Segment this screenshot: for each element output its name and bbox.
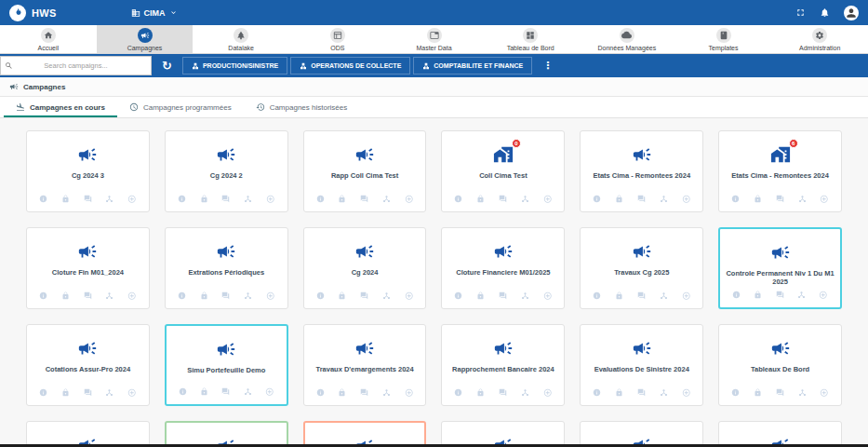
lock-icon[interactable] bbox=[338, 388, 346, 397]
lock-icon[interactable] bbox=[61, 291, 70, 300]
comments-icon[interactable] bbox=[776, 388, 784, 397]
lock-icon[interactable] bbox=[476, 388, 485, 397]
search-input[interactable] bbox=[1, 57, 151, 74]
lock-icon[interactable] bbox=[754, 388, 762, 397]
comments-icon[interactable] bbox=[637, 291, 646, 300]
campaign-card[interactable] bbox=[441, 421, 565, 447]
fullscreen-icon[interactable] bbox=[795, 7, 806, 18]
notifications-bell-icon[interactable] bbox=[820, 7, 830, 18]
add-circle-icon[interactable] bbox=[127, 195, 137, 204]
add-circle-icon[interactable] bbox=[543, 388, 553, 398]
hierarchy-icon[interactable] bbox=[798, 195, 807, 203]
info-icon[interactable] bbox=[454, 195, 462, 203]
add-circle-icon[interactable] bbox=[543, 291, 553, 301]
campaign-card[interactable]: Cg 2024 3 bbox=[26, 130, 150, 212]
campaign-card[interactable]: Rapp Coll Cima Test bbox=[303, 130, 427, 212]
comments-icon[interactable] bbox=[84, 291, 92, 300]
info-icon[interactable] bbox=[316, 195, 325, 203]
tab-campagnes-en-cours[interactable]: Campagnes en cours bbox=[4, 97, 117, 117]
nav-item-master-data[interactable]: Master Data bbox=[386, 25, 483, 53]
comments-icon[interactable] bbox=[499, 388, 507, 397]
nav-item-campagnes[interactable]: Campagnes bbox=[97, 25, 194, 53]
lock-icon[interactable] bbox=[754, 195, 762, 203]
comments-icon[interactable] bbox=[360, 291, 368, 300]
lock-icon[interactable] bbox=[615, 388, 623, 397]
nav-item-datalake[interactable]: Datalake bbox=[193, 25, 289, 53]
campaign-card[interactable] bbox=[26, 421, 150, 447]
info-icon[interactable] bbox=[178, 291, 186, 300]
hierarchy-icon[interactable] bbox=[382, 388, 391, 397]
campaign-card[interactable]: Cloture Fin M01_2024 bbox=[26, 227, 150, 309]
add-circle-icon[interactable] bbox=[266, 195, 275, 204]
add-circle-icon[interactable] bbox=[127, 388, 137, 398]
comments-icon[interactable] bbox=[776, 291, 784, 299]
info-icon[interactable] bbox=[39, 388, 47, 397]
hierarchy-icon[interactable] bbox=[244, 195, 252, 203]
campaign-card[interactable] bbox=[303, 421, 427, 447]
info-icon[interactable] bbox=[593, 195, 601, 203]
info-icon[interactable] bbox=[732, 291, 741, 299]
info-icon[interactable] bbox=[731, 388, 740, 397]
hierarchy-icon[interactable] bbox=[521, 195, 529, 203]
add-circle-icon[interactable] bbox=[265, 387, 274, 397]
comments-icon[interactable] bbox=[360, 195, 368, 203]
campaign-card[interactable]: Extrations Périodiques bbox=[165, 227, 288, 309]
campaign-card[interactable]: Tableaux De Bord bbox=[718, 324, 842, 406]
campaign-card[interactable]: 0 Coll Cima Test bbox=[441, 130, 565, 212]
campaign-card[interactable] bbox=[580, 421, 703, 447]
add-circle-icon[interactable] bbox=[266, 291, 275, 301]
campaign-card[interactable]: Etats Cima - Remontees 2024 bbox=[580, 130, 703, 212]
tab-campagnes-historisees[interactable]: Campagnes historisées bbox=[244, 97, 360, 117]
campaign-card[interactable]: Cotations Assur-Pro 2024 bbox=[26, 324, 150, 406]
nav-item-administration[interactable]: Administration bbox=[771, 25, 868, 53]
org-selector[interactable]: CIMA bbox=[131, 8, 178, 18]
info-icon[interactable] bbox=[731, 195, 740, 203]
campaign-card[interactable]: Cloture Financiere M01/2025 bbox=[441, 227, 565, 309]
nav-item-templates[interactable]: Templates bbox=[675, 25, 772, 53]
lock-icon[interactable] bbox=[476, 195, 485, 203]
info-icon[interactable] bbox=[39, 195, 47, 203]
search-box[interactable] bbox=[0, 56, 152, 75]
nav-item-tableau-de-bord[interactable]: Tableau de Bord bbox=[482, 25, 579, 53]
nav-item-donnees-managees[interactable]: Données Managées bbox=[579, 25, 675, 53]
comments-icon[interactable] bbox=[499, 195, 507, 203]
comments-icon[interactable] bbox=[84, 195, 92, 203]
lock-icon[interactable] bbox=[200, 291, 208, 300]
tab-campagnes-programmees[interactable]: Campagnes programmées bbox=[117, 97, 244, 117]
lock-icon[interactable] bbox=[61, 388, 70, 397]
hierarchy-icon[interactable] bbox=[105, 291, 114, 300]
hierarchy-icon[interactable] bbox=[521, 388, 529, 397]
hierarchy-icon[interactable] bbox=[382, 291, 391, 300]
campaign-card[interactable]: Controle Permanent Niv 1 Du M1 2025 bbox=[718, 227, 842, 309]
hierarchy-icon[interactable] bbox=[797, 291, 806, 299]
lock-icon[interactable] bbox=[615, 291, 623, 300]
campaign-card[interactable]: Evaluations De Sinistre 2024 bbox=[580, 324, 703, 406]
add-circle-icon[interactable] bbox=[682, 291, 691, 301]
add-circle-icon[interactable] bbox=[682, 388, 691, 398]
campaign-card[interactable] bbox=[718, 421, 842, 447]
campaign-card[interactable]: Travaux D'emargements 2024 bbox=[303, 324, 427, 406]
campaign-card[interactable]: Rapprochement Bancaire 2024 bbox=[441, 324, 565, 406]
hierarchy-icon[interactable] bbox=[660, 388, 668, 397]
hierarchy-icon[interactable] bbox=[105, 388, 114, 397]
lock-icon[interactable] bbox=[338, 195, 346, 203]
comments-icon[interactable] bbox=[221, 387, 230, 396]
operations-collecte-button[interactable]: OPERATIONS DE COLLECTE bbox=[290, 57, 410, 74]
lock-icon[interactable] bbox=[476, 291, 485, 300]
lock-icon[interactable] bbox=[200, 195, 208, 203]
lock-icon[interactable] bbox=[61, 195, 70, 203]
hierarchy-icon[interactable] bbox=[660, 195, 668, 203]
campaign-card[interactable]: 6 Etats Cima - Remontees 2024 bbox=[718, 130, 842, 212]
comments-icon[interactable] bbox=[221, 195, 230, 203]
nav-item-accueil[interactable]: Accueil bbox=[0, 25, 97, 53]
nav-item-ods[interactable]: ODS bbox=[289, 25, 386, 53]
hierarchy-icon[interactable] bbox=[798, 388, 807, 397]
hierarchy-icon[interactable] bbox=[521, 291, 529, 300]
comments-icon[interactable] bbox=[637, 195, 646, 203]
hierarchy-icon[interactable] bbox=[244, 387, 252, 396]
comments-icon[interactable] bbox=[84, 388, 92, 397]
user-avatar[interactable] bbox=[844, 6, 859, 20]
more-options-icon[interactable]: ⋮ bbox=[535, 60, 560, 72]
add-circle-icon[interactable] bbox=[819, 291, 828, 300]
add-circle-icon[interactable] bbox=[543, 195, 553, 204]
